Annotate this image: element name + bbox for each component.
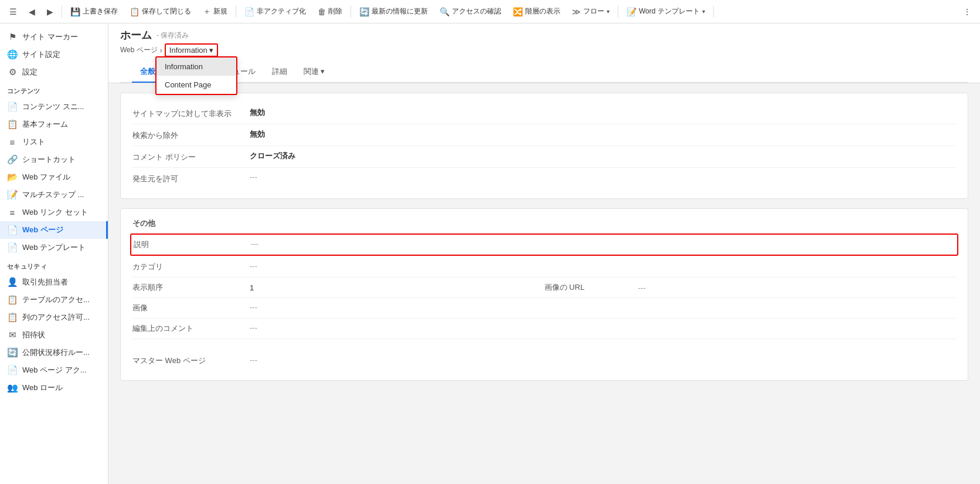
sidebar-item-table-access[interactable]: 📋 テーブルのアクセ...	[0, 291, 108, 309]
separator-1	[62, 6, 62, 18]
web-page-icon: 📄	[7, 225, 18, 235]
save-overwrite-label: 上書き保存	[83, 6, 118, 16]
breadcrumb-dropdown-menu: Information Content Page	[155, 56, 237, 95]
check-access-button[interactable]: 🔍 アクセスの確認	[435, 4, 506, 19]
form-content: サイトマップに対して非表示 無効 検索から除外 無効 コメント ポリシー クロー…	[108, 83, 980, 400]
comment-value: クローズ済み	[250, 151, 295, 161]
tab-related[interactable]: 関連 ▾	[295, 62, 334, 83]
save-close-icon: 📋	[130, 7, 139, 16]
main-layout: ⚑ サイト マーカー 🌐 サイト設定 ⚙ 設定 コンテンツ 📄 コンテンツ スニ…	[0, 23, 980, 484]
refresh-label: 最新の情報に更新	[372, 6, 428, 16]
save-close-label: 保存して閉じる	[142, 6, 191, 16]
spacer	[132, 339, 956, 351]
page-status: - 保存済み	[156, 31, 189, 40]
forward-icon: ▶	[47, 7, 53, 16]
content-area: ホーム - 保存済み Web ページ › Information ▾ Infor…	[108, 23, 980, 484]
comment-row: コメント ポリシー クローズ済み	[132, 146, 956, 168]
forward-button[interactable]: ▶	[42, 5, 58, 19]
contact-icon: 👤	[7, 277, 18, 287]
master-webpage-value: ---	[250, 356, 257, 364]
deactivate-label: 非アクティブ化	[257, 6, 306, 16]
multistep-icon: 📝	[7, 189, 18, 200]
breadcrumb-dropdown-trigger[interactable]: Information ▾	[165, 43, 218, 57]
sidebar-item-multistep[interactable]: 📝 マルチステップ ...	[0, 186, 108, 204]
sidebar-item-web-file[interactable]: 📂 Web ファイル	[0, 168, 108, 186]
new-label: 新規	[213, 6, 227, 16]
refresh-button[interactable]: 🔄 最新の情報に更新	[355, 4, 433, 19]
sidebar-item-settings[interactable]: ⚙ 設定	[0, 63, 108, 81]
dropdown-item-content-page[interactable]: Content Page	[156, 76, 236, 94]
hierarchy-button[interactable]: 🔀 階層の表示	[508, 4, 565, 19]
save-close-button[interactable]: 📋 保存して閉じる	[125, 4, 196, 19]
menu-icon: ☰	[9, 7, 17, 16]
sidebar-item-basic-forms[interactable]: 📋 基本フォーム	[0, 116, 108, 133]
origin-value: ---	[250, 172, 257, 181]
table-access-icon: 📋	[7, 295, 18, 305]
page-title: ホーム	[120, 28, 152, 42]
sidebar-label-multistep: マルチステップ ...	[22, 189, 84, 200]
sidebar-label-contact: 取引先担当者	[22, 277, 68, 287]
back-button[interactable]: ◀	[24, 5, 40, 19]
sidebar-label-web-linkset: Web リンク セット	[22, 207, 88, 218]
image-url-value: ---	[638, 283, 646, 292]
breadcrumb-prefix[interactable]: Web ページ	[120, 45, 158, 55]
master-webpage-row: マスター Web ページ ---	[132, 351, 956, 371]
web-template-icon: 📄	[7, 242, 18, 253]
save-overwrite-button[interactable]: 💾 上書き保存	[66, 4, 122, 19]
sidebar-label-list: リスト	[22, 137, 45, 147]
breadcrumb-separator: ›	[160, 46, 162, 55]
description-label: 説明	[134, 239, 251, 250]
publish-rule-icon: 🔄	[7, 347, 18, 358]
dropdown-item-information[interactable]: Information	[156, 57, 236, 76]
sidebar-item-web-role[interactable]: 👥 Web ロール	[0, 379, 108, 397]
sidebar-item-webpage-access[interactable]: 📄 Web ページ アク...	[0, 361, 108, 379]
web-role-icon: 👥	[7, 383, 18, 393]
more-button[interactable]: ⋮	[959, 5, 975, 18]
category-label: カテゴリ	[132, 262, 250, 272]
back-icon: ◀	[29, 7, 35, 16]
sidebar-item-site-marker[interactable]: ⚑ サイト マーカー	[0, 28, 108, 46]
display-order-row: 表示順序 1 画像の URL ---	[132, 277, 956, 298]
sidebar-item-site-settings[interactable]: 🌐 サイト設定	[0, 46, 108, 63]
sidebar-item-column-access[interactable]: 📋 列のアクセス許可...	[0, 309, 108, 326]
flow-button[interactable]: ≫ フロー ▾	[567, 4, 614, 19]
delete-icon: 🗑	[318, 7, 326, 16]
display-order-label: 表示順序	[132, 282, 250, 293]
sidebar-item-web-linkset[interactable]: ≡ Web リンク セット	[0, 204, 108, 221]
sidebar-item-invitation[interactable]: ✉ 招待状	[0, 326, 108, 344]
word-template-label: Word テンプレート	[639, 6, 700, 16]
sidebar-item-web-template[interactable]: 📄 Web テンプレート	[0, 239, 108, 256]
sidebar-item-contact[interactable]: 👤 取引先担当者	[0, 273, 108, 291]
description-value: ---	[251, 239, 258, 248]
save-overwrite-icon: 💾	[70, 7, 80, 16]
image-row: 画像 ---	[132, 298, 956, 319]
sidebar-label-shortcut: ショートカット	[22, 154, 76, 165]
new-button[interactable]: ＋ 新規	[198, 4, 232, 19]
flow-dropdown-arrow: ▾	[607, 8, 610, 15]
content-section-title: コンテンツ	[0, 81, 108, 98]
image-url-label: 画像の URL	[545, 282, 638, 293]
sidebar-label-column-access: 列のアクセス許可...	[22, 312, 90, 323]
word-template-icon: 📝	[627, 7, 637, 16]
sidebar-label-invitation: 招待状	[22, 330, 45, 340]
sidebar-item-list[interactable]: ≡ リスト	[0, 133, 108, 151]
sidebar-item-web-page[interactable]: 📄 Web ページ	[0, 221, 108, 239]
check-access-label: アクセスの確認	[452, 6, 501, 16]
toolbar: ☰ ◀ ▶ 💾 上書き保存 📋 保存して閉じる ＋ 新規 📄 非アクティブ化 🗑…	[0, 0, 980, 23]
sidebar-item-content-snippets[interactable]: 📄 コンテンツ スニ...	[0, 98, 108, 116]
deactivate-button[interactable]: 📄 非アクティブ化	[240, 4, 311, 19]
menu-button[interactable]: ☰	[5, 5, 22, 19]
word-template-button[interactable]: 📝 Word テンプレート ▾	[622, 4, 710, 19]
delete-button[interactable]: 🗑 削除	[313, 4, 347, 19]
breadcrumb-dropdown-label: Information	[169, 46, 207, 55]
sidebar-label-site-settings: サイト設定	[22, 49, 60, 60]
refresh-icon: 🔄	[359, 7, 369, 16]
page-header: ホーム - 保存済み Web ページ › Information ▾ Infor…	[108, 23, 980, 83]
sidebar-item-shortcut[interactable]: 🔗 ショートカット	[0, 151, 108, 168]
master-webpage-label: マスター Web ページ	[132, 356, 250, 366]
separator-3	[351, 6, 351, 18]
origin-label: 発生元を許可	[132, 172, 250, 184]
tab-detail[interactable]: 詳細	[264, 62, 295, 83]
sitemap-value: 無効	[250, 107, 265, 118]
sidebar-item-publish-rule[interactable]: 🔄 公開状況移行ルー...	[0, 344, 108, 361]
